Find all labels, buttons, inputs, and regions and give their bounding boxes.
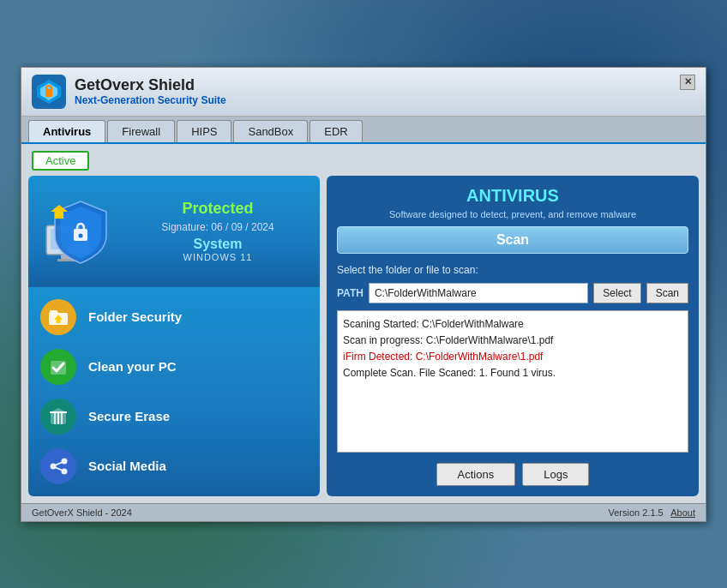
- footer-right: Version 2.1.5 About: [608, 507, 695, 518]
- folder-security-icon: [40, 299, 76, 335]
- right-panel: ANTIVIRUS Software designed to detect, p…: [327, 176, 699, 496]
- footer-left: GetOverX Shield - 2024: [32, 507, 132, 518]
- scan-small-button[interactable]: Scan: [646, 283, 688, 303]
- folder-security-label: Folder Security: [88, 309, 182, 324]
- tab-firewall[interactable]: Firewall: [107, 120, 175, 142]
- about-link[interactable]: About: [670, 507, 695, 518]
- titlebar-left: GetOverx Shield Next-Generation Security…: [32, 75, 226, 109]
- svg-point-17: [62, 458, 68, 464]
- app-logo: [32, 75, 66, 109]
- folder-scan-label: Select the folder or file to scan:: [337, 264, 688, 276]
- status-info: Protected Signature: 06 / 09 / 2024 Syst…: [129, 200, 306, 262]
- app-subtitle: Next-Generation Security Suite: [75, 94, 226, 106]
- feature-list: Folder Security Clean your PC: [28, 287, 320, 496]
- logs-button[interactable]: Logs: [522, 463, 589, 486]
- tabbar: Antivirus Firewall HIPS SandBox EDR: [21, 117, 706, 144]
- scan-main-button[interactable]: Scan: [337, 226, 688, 254]
- tab-hips[interactable]: HIPS: [177, 120, 231, 142]
- main-window: GetOverx Shield Next-Generation Security…: [21, 67, 706, 522]
- secure-erase-label: Secure Erase: [88, 409, 170, 423]
- social-media-label: Social Media: [88, 459, 166, 473]
- path-row: PATH Select Scan: [337, 283, 688, 303]
- path-label: PATH: [337, 287, 364, 299]
- panels: Protected Signature: 06 / 09 / 2024 Syst…: [28, 176, 699, 496]
- title-block: GetOverx Shield Next-Generation Security…: [75, 76, 226, 106]
- svg-line-21: [56, 467, 62, 470]
- status-signature: Signature: 06 / 09 / 2024: [129, 221, 306, 233]
- clean-pc-icon: [40, 349, 76, 385]
- svg-point-10: [79, 233, 83, 237]
- log-line-1: Scan in progress: C:\FolderWithMalware\1…: [343, 333, 682, 349]
- log-line-0: Scaning Started: C:\FolderWithMalware: [343, 316, 682, 333]
- social-media-icon: [40, 448, 76, 484]
- footer: GetOverX Shield - 2024 Version 2.1.5 Abo…: [21, 503, 706, 521]
- status-box: Protected Signature: 06 / 09 / 2024 Syst…: [28, 176, 320, 287]
- svg-point-18: [62, 468, 68, 474]
- antivirus-title: ANTIVIRUS: [337, 186, 688, 206]
- actions-button[interactable]: Actions: [436, 463, 516, 486]
- close-button[interactable]: ✕: [680, 75, 695, 90]
- log-line-2: iFirm Detected: C:\FolderWithMalware\1.p…: [343, 349, 682, 365]
- shield-graphic: [42, 193, 119, 270]
- version-label: Version 2.1.5: [608, 507, 663, 518]
- antivirus-subtitle: Software designed to detect, prevent, an…: [337, 209, 688, 219]
- feature-item-folder-security[interactable]: Folder Security: [39, 296, 309, 339]
- log-line-3: Complete Scan. File Scaned: 1. Found 1 v…: [343, 365, 682, 381]
- status-badge: Active: [32, 151, 89, 171]
- feature-item-secure-erase[interactable]: Secure Erase: [39, 395, 309, 438]
- scan-log-box: Scaning Started: C:\FolderWithMalware Sc…: [337, 310, 688, 453]
- status-protected-label: Protected: [129, 200, 306, 218]
- feature-item-social-media[interactable]: Social Media: [39, 445, 309, 488]
- tab-edr[interactable]: EDR: [309, 120, 362, 142]
- app-title: GetOverx Shield: [75, 76, 226, 94]
- tab-sandbox[interactable]: SandBox: [233, 120, 308, 142]
- path-input[interactable]: [369, 283, 588, 303]
- titlebar: GetOverx Shield Next-Generation Security…: [21, 68, 706, 117]
- status-os-label: WINDOWS 11: [129, 252, 306, 262]
- tab-antivirus[interactable]: Antivirus: [28, 120, 105, 142]
- left-panel: Protected Signature: 06 / 09 / 2024 Syst…: [28, 176, 320, 496]
- clean-pc-label: Clean your PC: [88, 359, 177, 374]
- svg-point-19: [51, 463, 57, 469]
- status-system-label: System: [129, 237, 306, 252]
- feature-item-clean-pc[interactable]: Clean your PC: [39, 345, 309, 388]
- svg-line-20: [56, 462, 62, 465]
- action-row: Actions Logs: [337, 463, 688, 486]
- secure-erase-icon: [40, 399, 76, 435]
- main-content: Active: [21, 144, 706, 503]
- select-button[interactable]: Select: [593, 283, 640, 303]
